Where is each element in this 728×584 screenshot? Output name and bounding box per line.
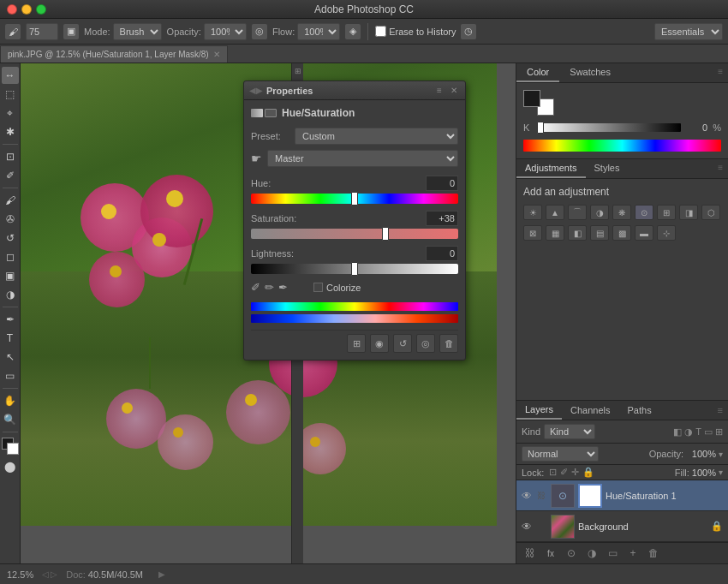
adj-selectivecolor-btn[interactable]: ⊹ xyxy=(657,225,676,241)
adj-bw-btn[interactable]: ◨ xyxy=(679,205,698,220)
shape-tool[interactable]: ▭ xyxy=(2,367,19,384)
blend-mode-select[interactable]: Normal xyxy=(522,446,599,462)
new-layer-btn[interactable]: + xyxy=(624,545,641,561)
move-tool[interactable]: ↔ xyxy=(2,67,19,84)
hue-track[interactable] xyxy=(251,194,458,204)
fill-value[interactable]: 100% xyxy=(692,468,716,478)
document-tab[interactable]: pink.JPG @ 12.5% (Hue/Saturation 1, Laye… xyxy=(0,45,228,63)
color-panel-close[interactable]: ≡ xyxy=(713,63,728,82)
hue-thumb[interactable] xyxy=(351,192,358,206)
tab-styles[interactable]: Styles xyxy=(586,159,629,178)
tab-paths[interactable]: Paths xyxy=(619,402,660,419)
tab-channels[interactable]: Channels xyxy=(562,402,618,419)
colorize-checkbox[interactable] xyxy=(313,283,323,292)
filter-smart-icon[interactable]: ⊞ xyxy=(715,426,723,438)
tab-close-icon[interactable]: ✕ xyxy=(213,50,220,59)
close-button[interactable] xyxy=(7,4,17,15)
panel-menu-icon[interactable]: ≡ xyxy=(433,85,445,97)
eye-action-btn[interactable]: ◉ xyxy=(370,334,389,353)
filter-adj-icon[interactable]: ◑ xyxy=(684,426,693,438)
layers-panel-close[interactable]: ≡ xyxy=(713,402,728,419)
adj-threshold-btn[interactable]: ▩ xyxy=(612,225,631,241)
quick-select-tool[interactable]: ✱ xyxy=(2,123,19,140)
dodge-tool[interactable]: ◑ xyxy=(2,286,19,303)
adj-brightness-btn[interactable]: ☀ xyxy=(523,205,542,220)
panel-expand-icon[interactable]: ◀▶ xyxy=(249,86,263,95)
link-layers-btn[interactable]: ⛓ xyxy=(522,545,539,561)
lock-pixels-icon[interactable]: ✐ xyxy=(560,467,568,478)
layer-item-huesat[interactable]: 👁 ⛓ ⊙ Hue/Saturation 1 xyxy=(516,480,728,511)
tab-layers[interactable]: Layers xyxy=(516,401,562,420)
lock-all-icon[interactable]: 🔒 xyxy=(582,467,594,478)
tab-swatches[interactable]: Swatches xyxy=(559,63,621,82)
delete-action-btn[interactable]: 🗑 xyxy=(439,334,458,353)
new-group-btn[interactable]: ▭ xyxy=(604,545,621,561)
kind-select[interactable]: Kind xyxy=(544,424,595,439)
adj-panel-close[interactable]: ≡ xyxy=(713,159,728,178)
layer1-eye-icon[interactable]: 👁 xyxy=(522,490,534,502)
filter-type-icon[interactable]: T xyxy=(695,426,701,438)
sample-tool-1[interactable]: ✐ xyxy=(251,281,260,294)
smoothing-icon[interactable]: ◈ xyxy=(345,24,361,39)
channel-select[interactable]: Master xyxy=(267,150,458,167)
layer1-link-icon[interactable]: ⛓ xyxy=(537,491,547,500)
opacity-chevron[interactable]: ▾ xyxy=(719,450,723,459)
hs-panel-icon1[interactable] xyxy=(251,109,263,117)
zoom-left-icon[interactable]: ◁ xyxy=(42,569,49,579)
size-input[interactable] xyxy=(26,23,58,40)
k-track[interactable] xyxy=(537,123,681,132)
gradient-tool[interactable]: ▣ xyxy=(2,267,19,284)
strip-icon-1[interactable]: ⊞ xyxy=(295,67,301,75)
adj-levels-btn[interactable]: ▲ xyxy=(546,205,564,220)
adj-gradient-btn[interactable]: ▬ xyxy=(635,225,653,241)
k-thumb[interactable] xyxy=(537,122,544,134)
adj-channelmix-btn[interactable]: ⊠ xyxy=(523,225,542,241)
brush-tool-icon[interactable]: 🖌 xyxy=(5,24,21,39)
tab-color[interactable]: Color xyxy=(516,63,559,82)
eyedropper-tool[interactable]: ✐ xyxy=(2,167,19,184)
layer-item-background[interactable]: 👁 Background 🔒 xyxy=(516,511,728,542)
opacity-select[interactable]: 100% xyxy=(204,23,247,40)
lightness-track[interactable] xyxy=(251,264,458,274)
sample-tool-3[interactable]: ✒ xyxy=(278,281,288,294)
saturation-track[interactable] xyxy=(251,229,458,239)
panel-close-icon[interactable]: ✕ xyxy=(448,85,460,97)
add-style-btn[interactable]: fx xyxy=(542,545,559,561)
text-tool[interactable]: T xyxy=(2,330,19,347)
visibility-action-btn[interactable]: ◎ xyxy=(416,334,435,353)
lightness-value[interactable]: 0 xyxy=(426,246,458,261)
saturation-value[interactable]: +38 xyxy=(426,211,458,226)
workspace-select[interactable]: Essentials xyxy=(654,23,723,40)
quick-mask-tool[interactable]: ⬤ xyxy=(2,458,19,475)
crop-tool[interactable]: ⊡ xyxy=(2,148,19,165)
tab-adjustments[interactable]: Adjustments xyxy=(516,159,586,178)
clip-action-btn[interactable]: ⊞ xyxy=(347,334,366,353)
adj-curves-btn[interactable]: ⌒ xyxy=(568,205,587,220)
adj-exposure-btn[interactable]: ◑ xyxy=(590,205,609,220)
maximize-button[interactable] xyxy=(36,4,46,15)
lasso-tool[interactable]: ⌖ xyxy=(2,104,19,122)
erase-to-history-checkbox[interactable] xyxy=(375,26,386,37)
saturation-thumb[interactable] xyxy=(382,227,389,241)
filter-shape-icon[interactable]: ▭ xyxy=(704,426,713,438)
zoom-right-icon[interactable]: ▷ xyxy=(51,569,57,579)
hue-value[interactable]: 0 xyxy=(426,176,458,191)
delete-layer-btn[interactable]: 🗑 xyxy=(645,545,662,561)
flow-select[interactable]: 100% xyxy=(297,23,340,40)
adj-vibrance-btn[interactable]: ❋ xyxy=(612,205,631,220)
adj-invert-btn[interactable]: ◧ xyxy=(568,225,587,241)
minimize-button[interactable] xyxy=(21,4,32,15)
lightness-thumb[interactable] xyxy=(351,262,358,276)
add-mask-btn[interactable]: ⊙ xyxy=(563,545,580,561)
lock-transparency-icon[interactable]: ⊡ xyxy=(549,467,557,478)
zoom-tool[interactable]: 🔍 xyxy=(2,411,19,428)
status-arrow-icon[interactable]: ▶ xyxy=(158,569,165,579)
marquee-tool[interactable]: ⬚ xyxy=(2,86,19,103)
new-adjustment-btn[interactable]: ◑ xyxy=(583,545,600,561)
path-selection-tool[interactable]: ↖ xyxy=(2,349,19,366)
fill-chevron[interactable]: ▾ xyxy=(719,468,723,477)
color-spectrum-bar[interactable] xyxy=(523,140,721,152)
clone-tool[interactable]: ✇ xyxy=(2,211,19,228)
mode-select[interactable]: Brush xyxy=(113,23,162,40)
adj-photo-btn[interactable]: ⬡ xyxy=(701,205,720,220)
